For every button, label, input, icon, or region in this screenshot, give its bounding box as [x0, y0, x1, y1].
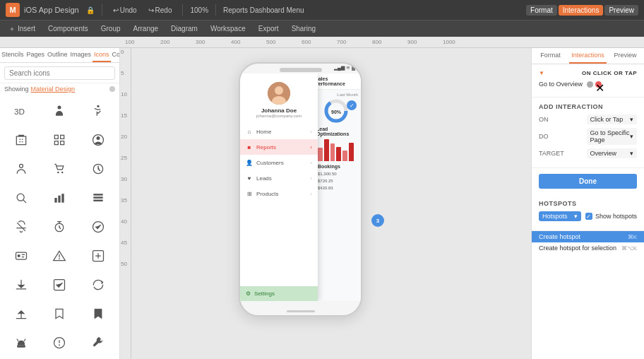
icon-check-box[interactable] [41, 271, 78, 298]
icon-account-circle[interactable] [80, 126, 117, 154]
search-input[interactable] [4, 66, 115, 80]
icon-warning[interactable] [41, 242, 78, 269]
icon-profile-card[interactable] [3, 242, 40, 269]
hotspots-btn[interactable]: Hotspots ▾ [539, 211, 581, 221]
interactions-tab-panel[interactable]: Interactions [569, 48, 607, 64]
icon-check-circle[interactable] [80, 213, 117, 241]
nav-item-products[interactable]: ⊞ Products › [240, 186, 318, 201]
page-title: Reports Dashboard Menu [223, 6, 304, 14]
insert-icon: ＋ [8, 24, 16, 34]
goto-link-btn[interactable] [587, 81, 593, 88]
goto-close-btn[interactable]: ✕ [595, 81, 602, 88]
show-hotspots-wrap: ✓ Show hotspots [585, 213, 637, 220]
icon-cart[interactable] [41, 155, 78, 183]
ruler-mark: 400 [229, 39, 265, 45]
icons-tab[interactable]: Icons [93, 48, 111, 62]
icon-timer[interactable] [41, 213, 78, 241]
show-hotspots-checkbox[interactable]: ✓ [585, 213, 592, 220]
redo-button[interactable]: ↪ Redo [145, 5, 176, 16]
on-select[interactable]: Click or Tap ▾ [587, 114, 638, 124]
icon-bar-chart[interactable] [41, 184, 78, 212]
icon-error[interactable] [41, 329, 78, 356]
icon-person[interactable] [41, 98, 78, 125]
stencils-tab[interactable]: Stencils [0, 48, 25, 62]
group-btn[interactable]: Group [98, 24, 124, 33]
nav-item-customers[interactable]: 👤 Customers › [240, 155, 318, 170]
target-select[interactable]: Overview ▾ [587, 148, 638, 158]
icon-bookmark[interactable] [41, 300, 78, 327]
pages-tab[interactable]: Pages [25, 48, 47, 62]
svg-point-28 [22, 341, 23, 342]
icons-grid: 3D [0, 95, 119, 359]
images-tab[interactable]: Images [69, 48, 93, 62]
products-icon: ⊞ [246, 190, 253, 197]
nav-arrow-products: › [310, 191, 312, 197]
nav-arrow-reports: ‹ [310, 144, 312, 151]
chevron-down-icon-4: ▾ [574, 213, 578, 220]
do-select[interactable]: Go to Specific Page ▾ [587, 128, 638, 145]
preview-tab[interactable]: Preview [604, 5, 638, 16]
svg-point-10 [20, 165, 23, 168]
icon-list[interactable] [80, 184, 117, 212]
icon-bookmark-outline[interactable] [80, 300, 117, 327]
create-hotspot-row[interactable]: Create hotspot ⌘K [532, 231, 644, 242]
last-month-label: Last Month [314, 93, 358, 97]
export-btn[interactable]: Export [256, 24, 282, 33]
hotspot-3[interactable]: 3 [371, 214, 384, 227]
outline-tab[interactable]: Outline [46, 48, 69, 62]
icon-grid[interactable] [41, 126, 78, 154]
undo-button[interactable]: ↩ Undo [109, 5, 141, 16]
svg-rect-3 [16, 136, 25, 145]
material-design-link[interactable]: Material Design [31, 86, 76, 93]
canvas-content[interactable]: ✕ -31 1 3 [131, 48, 531, 359]
do-row: DO Go to Specific Page ▾ [539, 128, 637, 145]
nav-arrow-customers: › [310, 160, 312, 166]
icon-person2[interactable] [3, 155, 40, 183]
sharing-btn[interactable]: Sharing [289, 24, 318, 33]
components-btn[interactable]: Components [45, 24, 91, 33]
on-label: ON [539, 116, 583, 123]
svg-rect-18 [93, 194, 102, 196]
create-hotspot-sel-row[interactable]: Create hotspot for selection ⌘⌥K [532, 242, 644, 254]
icon-wrench[interactable] [80, 329, 117, 356]
filter-dot[interactable] [109, 86, 115, 92]
insert-btn[interactable]: ＋ Insert [6, 23, 38, 35]
main-area: Stencils Pages Outline Images Icons Comm… [0, 48, 644, 359]
format-tab-panel[interactable]: Format [532, 48, 569, 64]
icon-notifications-off[interactable] [3, 213, 40, 241]
icon-clock[interactable] [80, 155, 117, 183]
preview-tab-panel[interactable]: Preview [607, 48, 644, 64]
icon-search-area [0, 63, 119, 83]
nav-item-reports[interactable]: ■ Reports ‹ [240, 139, 318, 155]
main-toolbar: M iOS App Design 🔒 ↩ Undo ↪ Redo 100% Re… [0, 0, 644, 20]
nav-profile: Johanna Doe johanna@company.com [240, 73, 318, 124]
nav-item-leads[interactable]: ♥ Leads › [240, 170, 318, 186]
arrange-btn[interactable]: Arrange [131, 24, 162, 33]
nav-item-home[interactable]: ⌂ Home › [240, 124, 318, 139]
nav-settings[interactable]: ⚙ Settings [240, 286, 318, 301]
target-label: TARGET [539, 150, 583, 157]
home-icon: ⌂ [246, 128, 253, 135]
workspace-btn[interactable]: Workspace [208, 24, 249, 33]
diagram-btn[interactable]: Diagram [168, 24, 201, 33]
icon-android[interactable] [3, 329, 40, 356]
icon-accessible[interactable] [80, 98, 117, 125]
create-hotspot-shortcut: ⌘K [628, 234, 637, 240]
add-interaction-title: ADD INTERACTION [539, 103, 637, 110]
icon-refresh[interactable] [80, 271, 117, 298]
icon-search[interactable] [3, 184, 40, 212]
icon-upload[interactable] [3, 300, 40, 327]
icon-download[interactable] [3, 271, 40, 298]
on-row: ON Click or Tap ▾ [539, 114, 637, 124]
interactions-tab[interactable]: Interactions [559, 5, 604, 16]
create-hotspot-sel-shortcut: ⌘⌥K [621, 245, 637, 252]
chart-area: Last Month 90% ✓ [311, 90, 361, 194]
phone-screen[interactable]: Johanna Doe johanna@company.com ⌂ Home ›… [240, 73, 361, 301]
done-button[interactable]: Done [539, 174, 637, 189]
comments-tab[interactable]: Comments [111, 48, 120, 62]
divider-2 [182, 4, 183, 16]
format-tab[interactable]: Format [526, 5, 557, 16]
icon-3d[interactable]: 3D [3, 98, 40, 125]
icon-building[interactable] [3, 126, 40, 154]
icon-add-box[interactable] [80, 242, 117, 269]
